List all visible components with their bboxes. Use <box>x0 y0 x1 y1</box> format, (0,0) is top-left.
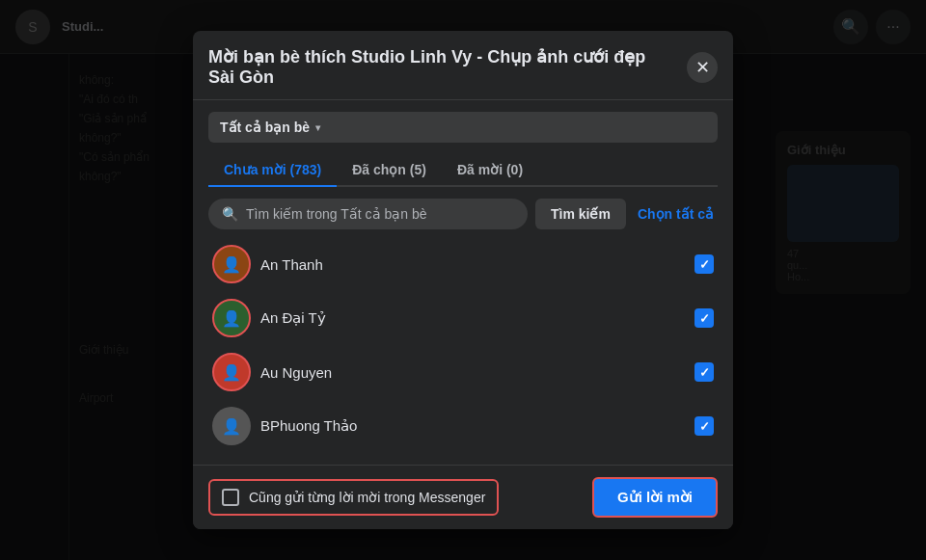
friend-item-3[interactable]: 👤 Au Nguyen ✓ <box>208 345 718 399</box>
avatar-img-4: 👤 <box>212 407 251 445</box>
messenger-label: Cũng gửi từng lời mời trong Messenger <box>249 490 485 505</box>
select-all-button[interactable]: Chọn tất cả <box>634 199 718 229</box>
checkbox-2[interactable]: ✓ <box>694 308 714 328</box>
avatar-1: 👤 <box>212 245 251 283</box>
checkbox-3[interactable]: ✓ <box>694 362 714 382</box>
avatar-img-3: 👤 <box>214 355 249 389</box>
friend-item-1[interactable]: 👤 An Thanh ✓ <box>208 237 718 291</box>
check-icon-1: ✓ <box>699 257 710 272</box>
friend-filter-dropdown[interactable]: Tất cả bạn bè ▾ <box>208 112 718 143</box>
modal-title: Mời bạn bè thích Studio Linh Vy - Chụp ả… <box>208 46 687 88</box>
search-input-wrap: 🔍 <box>208 199 528 229</box>
tab-da-chon[interactable]: Đã chọn (5) <box>337 154 442 187</box>
tab-chua-moi[interactable]: Chưa mời (783) <box>208 154 337 187</box>
tabs-container: Chưa mời (783) Đã chọn (5) Đã mời (0) <box>208 154 718 187</box>
friend-item-4[interactable]: 👤 BPhuong Thảo ✓ <box>208 399 718 453</box>
friend-list: 👤 An Thanh ✓ 👤 An Đại Tỷ ✓ <box>208 237 718 453</box>
send-invite-button[interactable]: Gửi lời mời <box>592 477 718 518</box>
check-icon-3: ✓ <box>699 365 710 380</box>
friend-name-4: BPhuong Thảo <box>260 417 685 435</box>
friend-item-2[interactable]: 👤 An Đại Tỷ ✓ <box>208 291 718 345</box>
friend-name-2: An Đại Tỷ <box>260 309 685 327</box>
tab-da-moi[interactable]: Đã mời (0) <box>442 154 538 187</box>
close-button[interactable]: ✕ <box>687 52 718 83</box>
messenger-checkbox[interactable] <box>222 489 239 506</box>
modal-backdrop: Mời bạn bè thích Studio Linh Vy - Chụp ả… <box>0 0 926 560</box>
dropdown-label: Tất cả bạn bè <box>220 120 310 135</box>
friend-name-3: Au Nguyen <box>260 364 685 381</box>
search-input[interactable] <box>246 206 514 222</box>
search-row: 🔍 Tìm kiếm Chọn tất cả <box>208 199 718 229</box>
search-button[interactable]: Tìm kiếm <box>535 199 626 229</box>
checkbox-4[interactable]: ✓ <box>694 416 714 436</box>
checkbox-1[interactable]: ✓ <box>694 254 714 274</box>
invite-friends-modal: Mời bạn bè thích Studio Linh Vy - Chụp ả… <box>193 31 733 529</box>
avatar-img-2: 👤 <box>214 301 249 335</box>
search-icon: 🔍 <box>222 206 238 222</box>
modal-body: Tất cả bạn bè ▾ Chưa mời (783) Đã chọn (… <box>193 100 733 465</box>
chevron-down-icon: ▾ <box>315 122 320 133</box>
modal-footer: Cũng gửi từng lời mời trong Messenger Gử… <box>193 465 733 529</box>
friend-name-1: An Thanh <box>260 256 685 273</box>
avatar-4: 👤 <box>212 407 251 445</box>
avatar-img-1: 👤 <box>214 247 249 281</box>
check-icon-4: ✓ <box>699 419 710 434</box>
messenger-invite-wrap: Cũng gửi từng lời mời trong Messenger <box>208 479 499 516</box>
modal-header: Mời bạn bè thích Studio Linh Vy - Chụp ả… <box>193 31 733 100</box>
check-icon-2: ✓ <box>699 311 710 326</box>
avatar-3: 👤 <box>212 353 251 391</box>
avatar-2: 👤 <box>212 299 251 337</box>
